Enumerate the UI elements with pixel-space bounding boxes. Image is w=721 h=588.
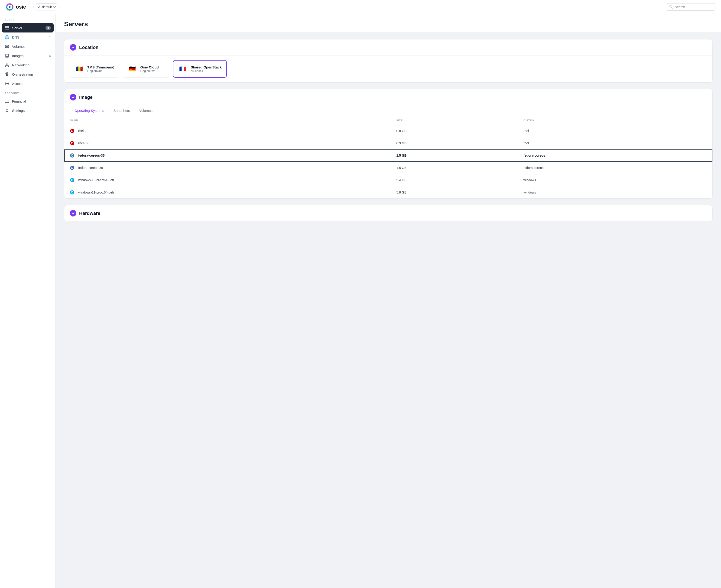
main-content: Servers Location 🇷🇴 — [56, 14, 721, 588]
table-row[interactable]: windows-11-pro-x64-uefi 5.8 GB windows — [64, 186, 713, 198]
page-title: Servers — [64, 20, 713, 28]
location-card-openstack[interactable]: 🇫🇷 Shared OpenStack eu-east-1 — [173, 60, 227, 78]
sidebar-item-server[interactable]: Server 8 — [2, 23, 54, 33]
tms-region: RegionOne — [87, 69, 114, 72]
sidebar-access-label: Access — [12, 82, 51, 86]
svg-rect-36 — [5, 100, 9, 103]
row-name: fedora-coreos-35 — [64, 149, 391, 162]
svg-line-10 — [39, 7, 40, 8]
sidebar-item-dns[interactable]: 🌐 DNS 1 — [0, 33, 56, 42]
os-icon-win11 — [70, 190, 75, 195]
sidebar-item-networking[interactable]: Networking — [0, 60, 56, 70]
row-name: windows-10-pro-x64-uefi — [64, 174, 391, 186]
search-input[interactable] — [675, 5, 712, 9]
sidebar-dns-label: DNS — [12, 35, 46, 39]
page-body: Location 🇷🇴 TMS (Timisoara) RegionOne 🇩🇪 — [56, 33, 721, 228]
table-row[interactable]: rhel-9.2 0.8 GB rhel — [64, 125, 713, 137]
logo-text: osie — [16, 4, 26, 10]
svg-point-34 — [5, 82, 8, 85]
svg-point-35 — [6, 83, 8, 84]
row-distro: windows — [518, 174, 713, 186]
svg-point-47 — [71, 155, 73, 156]
image-tabs: Operating Systems Snapshots Volumes — [64, 105, 713, 116]
table-row[interactable]: windows-10-pro-x64-uefi 5.4 GB windows — [64, 174, 713, 186]
svg-point-4 — [38, 5, 38, 6]
row-distro: rhel — [518, 125, 713, 137]
location-title: Location — [79, 45, 98, 50]
location-section: Location 🇷🇴 TMS (Timisoara) RegionOne 🇩🇪 — [64, 39, 713, 83]
svg-rect-18 — [5, 47, 8, 47]
sidebar-item-financial[interactable]: Financial — [0, 97, 56, 106]
sidebar-item-access[interactable]: Access — [0, 79, 56, 88]
sidebar-item-images[interactable]: Images 6 — [0, 51, 56, 60]
svg-point-23 — [8, 66, 9, 67]
svg-line-31 — [6, 73, 6, 74]
search-area[interactable] — [666, 3, 716, 11]
os-icon-rhel88 — [70, 141, 75, 146]
sidebar-item-settings[interactable]: ⚙ Settings — [0, 106, 56, 115]
svg-rect-27 — [5, 73, 6, 74]
row-size: 1.5 GB — [391, 162, 518, 174]
location-card-osie[interactable]: 🇩🇪 Osie Cloud RegionTwo — [123, 60, 169, 78]
osie-region: RegionTwo — [140, 69, 159, 72]
location-card-tms[interactable]: 🇷🇴 TMS (Timisoara) RegionOne — [70, 60, 119, 78]
financial-icon — [5, 99, 9, 104]
location-check-icon — [70, 44, 76, 50]
sidebar: CLOUD Server 8 🌐 DNS 1 — [0, 14, 56, 588]
tms-name: TMS (Timisoara) — [87, 65, 114, 69]
svg-point-22 — [5, 66, 6, 67]
server-badge: 8 — [45, 26, 51, 30]
table-row[interactable]: fedora-coreos-36 1.5 GB fedora-coreos — [64, 162, 713, 174]
svg-point-41 — [71, 130, 73, 131]
openstack-info: Shared OpenStack eu-east-1 — [190, 65, 222, 72]
image-title: Image — [79, 95, 92, 100]
location-section-header: Location — [64, 39, 713, 56]
osie-info: Osie Cloud RegionTwo — [140, 65, 159, 72]
cloud-section-label: CLOUD — [0, 19, 56, 23]
image-check-icon — [70, 94, 76, 101]
flag-romania: 🇷🇴 — [75, 64, 84, 74]
svg-line-25 — [5, 65, 7, 66]
tab-snapshots[interactable]: Snapshots — [109, 105, 135, 116]
row-name: fedora-coreos-36 — [64, 162, 391, 174]
env-selector[interactable]: default — [34, 3, 59, 10]
svg-line-26 — [7, 65, 8, 66]
row-name: windows-11-pro-x64-uefi — [64, 186, 391, 198]
openstack-region: eu-east-1 — [190, 69, 222, 72]
svg-line-9 — [38, 7, 39, 8]
server-icon — [5, 25, 9, 30]
sidebar-item-orchestration[interactable]: Orchestration — [0, 70, 56, 79]
account-section-label: ACCOUNT — [0, 92, 56, 97]
table-row-selected[interactable]: fedora-coreos-35 1.5 GB fedora-coreos — [64, 149, 713, 162]
sidebar-financial-label: Financial — [12, 99, 51, 103]
svg-point-50 — [71, 167, 73, 168]
openstack-name: Shared OpenStack — [190, 65, 222, 69]
sidebar-gap — [0, 88, 56, 92]
tms-info: TMS (Timisoara) RegionOne — [87, 65, 114, 72]
svg-rect-20 — [6, 55, 8, 57]
table-row[interactable]: rhel-8.8 0.9 GB rhel — [64, 137, 713, 149]
networking-icon — [5, 63, 9, 67]
os-icon-win10 — [70, 178, 75, 182]
col-name: NAME — [64, 116, 391, 125]
page-header: Servers — [56, 14, 721, 33]
env-label: default — [42, 5, 52, 9]
row-name: rhel-8.8 — [64, 137, 391, 149]
col-distro: DISTRO — [518, 116, 713, 125]
svg-line-12 — [672, 8, 673, 8]
row-distro: windows — [518, 186, 713, 198]
svg-rect-19 — [5, 54, 8, 57]
flag-germany: 🇩🇪 — [128, 64, 137, 74]
tab-operating-systems[interactable]: Operating Systems — [70, 105, 109, 116]
col-size: SIZE — [391, 116, 518, 125]
svg-rect-28 — [6, 72, 8, 73]
tab-volumes[interactable]: Volumes — [135, 105, 157, 116]
sidebar-item-volumes[interactable]: Volumes — [0, 42, 56, 51]
hardware-section-header: Hardware — [64, 205, 713, 221]
settings-icon: ⚙ — [5, 108, 9, 113]
images-count: 6 — [49, 54, 51, 58]
dns-icon: 🌐 — [5, 35, 9, 39]
sidebar-networking-label: Networking — [12, 63, 51, 67]
row-size: 0.8 GB — [391, 125, 518, 137]
flag-france: 🇫🇷 — [178, 64, 187, 74]
